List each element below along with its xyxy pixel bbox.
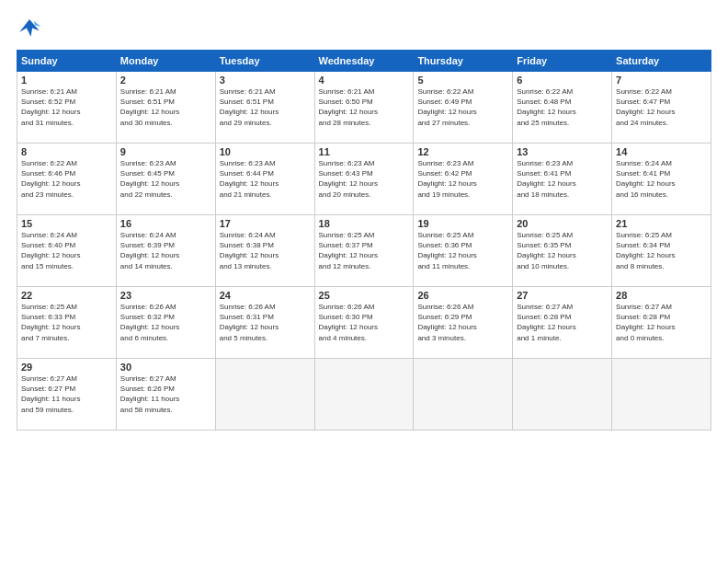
day-cell: 29Sunrise: 6:27 AMSunset: 6:27 PMDayligh… <box>17 359 117 431</box>
day-cell: 4Sunrise: 6:21 AMSunset: 6:50 PMDaylight… <box>314 72 414 144</box>
day-cell: 1Sunrise: 6:21 AMSunset: 6:52 PMDaylight… <box>17 72 117 144</box>
day-cell: 17Sunrise: 6:24 AMSunset: 6:38 PMDayligh… <box>215 215 314 287</box>
day-cell: 11Sunrise: 6:23 AMSunset: 6:43 PMDayligh… <box>314 144 414 215</box>
day-number: 30 <box>120 362 211 373</box>
day-info: Sunrise: 6:23 AMSunset: 6:41 PMDaylight:… <box>517 158 608 200</box>
col-sunday: Sunday <box>17 51 117 72</box>
day-cell: 2Sunrise: 6:21 AMSunset: 6:51 PMDaylight… <box>116 72 215 144</box>
empty-cell <box>612 359 711 431</box>
day-number: 9 <box>120 146 211 157</box>
header <box>17 17 711 42</box>
day-number: 19 <box>417 218 508 229</box>
day-cell: 5Sunrise: 6:22 AMSunset: 6:49 PMDaylight… <box>414 72 513 144</box>
day-number: 11 <box>319 146 410 157</box>
day-cell: 28Sunrise: 6:27 AMSunset: 6:28 PMDayligh… <box>612 287 711 359</box>
day-number: 22 <box>21 290 112 301</box>
day-number: 23 <box>120 290 211 301</box>
day-number: 25 <box>319 290 410 301</box>
svg-marker-0 <box>19 19 40 37</box>
day-info: Sunrise: 6:24 AMSunset: 6:39 PMDaylight:… <box>120 230 211 271</box>
day-info: Sunrise: 6:21 AMSunset: 6:51 PMDaylight:… <box>120 86 211 128</box>
day-info: Sunrise: 6:22 AMSunset: 6:48 PMDaylight:… <box>517 86 608 128</box>
day-info: Sunrise: 6:21 AMSunset: 6:50 PMDaylight:… <box>319 86 410 128</box>
day-number: 28 <box>616 290 707 301</box>
day-cell: 10Sunrise: 6:23 AMSunset: 6:44 PMDayligh… <box>215 144 314 215</box>
col-saturday: Saturday <box>612 51 711 72</box>
day-cell: 8Sunrise: 6:22 AMSunset: 6:46 PMDaylight… <box>17 144 117 215</box>
day-info: Sunrise: 6:25 AMSunset: 6:36 PMDaylight:… <box>417 230 508 271</box>
day-info: Sunrise: 6:23 AMSunset: 6:45 PMDaylight:… <box>120 158 211 200</box>
day-info: Sunrise: 6:23 AMSunset: 6:43 PMDaylight:… <box>319 158 410 200</box>
day-info: Sunrise: 6:27 AMSunset: 6:28 PMDaylight:… <box>517 302 608 343</box>
day-info: Sunrise: 6:22 AMSunset: 6:46 PMDaylight:… <box>21 158 112 200</box>
day-info: Sunrise: 6:27 AMSunset: 6:28 PMDaylight:… <box>616 302 707 343</box>
day-info: Sunrise: 6:27 AMSunset: 6:27 PMDaylight:… <box>21 373 112 415</box>
page: Sunday Monday Tuesday Wednesday Thursday… <box>0 0 728 563</box>
day-cell: 21Sunrise: 6:25 AMSunset: 6:34 PMDayligh… <box>612 215 711 287</box>
day-number: 27 <box>517 290 608 301</box>
day-info: Sunrise: 6:26 AMSunset: 6:31 PMDaylight:… <box>220 302 311 343</box>
day-info: Sunrise: 6:25 AMSunset: 6:33 PMDaylight:… <box>21 302 112 343</box>
col-thursday: Thursday <box>414 51 513 72</box>
day-info: Sunrise: 6:24 AMSunset: 6:40 PMDaylight:… <box>21 230 112 271</box>
col-tuesday: Tuesday <box>215 51 314 72</box>
day-info: Sunrise: 6:24 AMSunset: 6:41 PMDaylight:… <box>616 158 707 200</box>
day-info: Sunrise: 6:27 AMSunset: 6:26 PMDaylight:… <box>120 373 211 415</box>
logo-icon <box>17 17 42 42</box>
day-number: 17 <box>220 218 311 229</box>
day-number: 12 <box>417 146 508 157</box>
day-number: 3 <box>220 75 311 86</box>
day-info: Sunrise: 6:26 AMSunset: 6:30 PMDaylight:… <box>319 302 410 343</box>
day-cell: 13Sunrise: 6:23 AMSunset: 6:41 PMDayligh… <box>513 144 612 215</box>
day-info: Sunrise: 6:26 AMSunset: 6:32 PMDaylight:… <box>120 302 211 343</box>
logo <box>17 17 46 42</box>
day-number: 24 <box>220 290 311 301</box>
col-wednesday: Wednesday <box>314 51 414 72</box>
day-cell: 15Sunrise: 6:24 AMSunset: 6:40 PMDayligh… <box>17 215 117 287</box>
day-number: 18 <box>319 218 410 229</box>
day-info: Sunrise: 6:24 AMSunset: 6:38 PMDaylight:… <box>220 230 311 271</box>
empty-cell <box>215 359 314 431</box>
empty-cell <box>414 359 513 431</box>
day-cell: 18Sunrise: 6:25 AMSunset: 6:37 PMDayligh… <box>314 215 414 287</box>
day-info: Sunrise: 6:26 AMSunset: 6:29 PMDaylight:… <box>417 302 508 343</box>
day-info: Sunrise: 6:23 AMSunset: 6:44 PMDaylight:… <box>220 158 311 200</box>
day-cell: 14Sunrise: 6:24 AMSunset: 6:41 PMDayligh… <box>612 144 711 215</box>
day-number: 1 <box>21 75 112 86</box>
day-info: Sunrise: 6:21 AMSunset: 6:51 PMDaylight:… <box>220 86 311 128</box>
day-cell: 24Sunrise: 6:26 AMSunset: 6:31 PMDayligh… <box>215 287 314 359</box>
day-cell: 20Sunrise: 6:25 AMSunset: 6:35 PMDayligh… <box>513 215 612 287</box>
day-number: 6 <box>517 75 608 86</box>
day-number: 5 <box>417 75 508 86</box>
day-cell: 22Sunrise: 6:25 AMSunset: 6:33 PMDayligh… <box>17 287 117 359</box>
day-cell: 30Sunrise: 6:27 AMSunset: 6:26 PMDayligh… <box>116 359 215 431</box>
day-cell: 3Sunrise: 6:21 AMSunset: 6:51 PMDaylight… <box>215 72 314 144</box>
col-friday: Friday <box>513 51 612 72</box>
day-number: 29 <box>21 362 112 373</box>
col-monday: Monday <box>116 51 215 72</box>
day-info: Sunrise: 6:21 AMSunset: 6:52 PMDaylight:… <box>21 86 112 128</box>
day-number: 21 <box>616 218 707 229</box>
day-number: 15 <box>21 218 112 229</box>
day-info: Sunrise: 6:23 AMSunset: 6:42 PMDaylight:… <box>417 158 508 200</box>
empty-cell <box>314 359 414 431</box>
day-cell: 25Sunrise: 6:26 AMSunset: 6:30 PMDayligh… <box>314 287 414 359</box>
day-number: 2 <box>120 75 211 86</box>
day-cell: 27Sunrise: 6:27 AMSunset: 6:28 PMDayligh… <box>513 287 612 359</box>
day-number: 10 <box>220 146 311 157</box>
day-cell: 6Sunrise: 6:22 AMSunset: 6:48 PMDaylight… <box>513 72 612 144</box>
day-cell: 19Sunrise: 6:25 AMSunset: 6:36 PMDayligh… <box>414 215 513 287</box>
calendar-table: Sunday Monday Tuesday Wednesday Thursday… <box>17 50 711 431</box>
day-info: Sunrise: 6:22 AMSunset: 6:47 PMDaylight:… <box>616 86 707 128</box>
day-number: 20 <box>517 218 608 229</box>
day-cell: 16Sunrise: 6:24 AMSunset: 6:39 PMDayligh… <box>116 215 215 287</box>
day-cell: 7Sunrise: 6:22 AMSunset: 6:47 PMDaylight… <box>612 72 711 144</box>
day-number: 7 <box>616 75 707 86</box>
day-number: 16 <box>120 218 211 229</box>
day-cell: 9Sunrise: 6:23 AMSunset: 6:45 PMDaylight… <box>116 144 215 215</box>
day-cell: 26Sunrise: 6:26 AMSunset: 6:29 PMDayligh… <box>414 287 513 359</box>
day-number: 4 <box>319 75 410 86</box>
day-info: Sunrise: 6:25 AMSunset: 6:37 PMDaylight:… <box>319 230 410 271</box>
day-number: 26 <box>417 290 508 301</box>
day-number: 8 <box>21 146 112 157</box>
